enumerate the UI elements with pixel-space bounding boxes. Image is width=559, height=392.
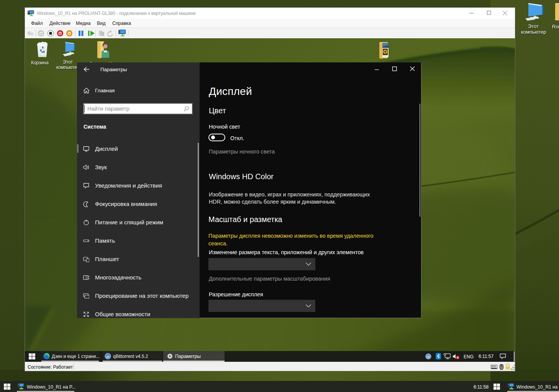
svg-text:qb: qb (106, 355, 110, 358)
svg-text:qb: qb (427, 355, 430, 358)
